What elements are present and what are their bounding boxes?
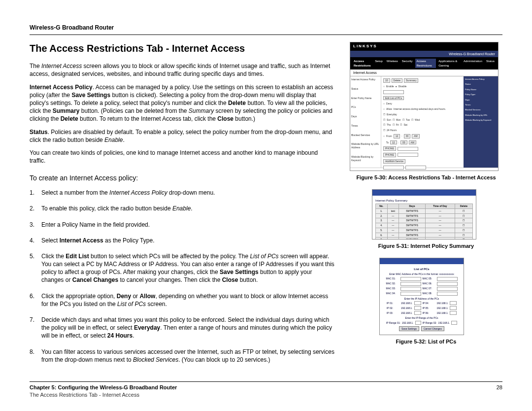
figure-5-31-caption: Figure 5-31: Internet Policy Summary — [350, 242, 502, 250]
sidebar-column: LINKSYS Wireless-G Broadband Router Acce… — [350, 42, 502, 372]
iap-summary-em: Summary — [189, 107, 214, 114]
iap-close: Close — [217, 115, 233, 122]
page-title: The Access Restrictions Tab - Internet A… — [30, 42, 335, 55]
steps-list: Select a number from the Internet Access… — [30, 189, 335, 364]
header-rule — [30, 34, 502, 35]
mock32-range-hint: Enter the IP Range of the PCs — [383, 316, 461, 320]
mock30-left-title: Access Restrictions — [352, 59, 372, 68]
step-3: Enter a Policy Name in the field provide… — [30, 221, 335, 229]
subtitle: To create an Internet Access policy: — [30, 173, 335, 183]
mock30-tab-6: Status — [485, 59, 496, 68]
mock30-tab-1: Wireless — [385, 59, 399, 68]
mock30-tips: Internet Access Policy: Status: Policy N… — [464, 76, 498, 168]
mock30-labels: Internet Access Policy Status Enter Poli… — [350, 76, 381, 168]
s2-em: Enable — [172, 205, 191, 212]
s6-allow: Allow — [139, 293, 155, 300]
s4-pre: Select — [41, 237, 60, 244]
s7-24: 24 Hours — [107, 332, 133, 339]
step-6: Click the appropriate option, Deny or Al… — [30, 292, 335, 308]
mock31-table: No.DaysTime of DayDelete 1.testSMTWTFS—☐… — [375, 204, 473, 240]
s6-em: List of PCs — [117, 301, 146, 308]
step-1: Select a number from the Internet Access… — [30, 189, 335, 197]
figure-5-32: List of PCs Enter MAC Address of the PCs… — [350, 258, 502, 345]
intro-pre: The — [30, 63, 41, 69]
step-4: Select Internet Access as the Policy Typ… — [30, 237, 335, 244]
step-2: To enable this policy, click the radio b… — [30, 205, 335, 212]
mock30-tab-0: Setup — [373, 59, 384, 68]
mock31-title: Internet Policy Summary — [375, 199, 473, 203]
mock32-mac-hint: Enter MAC Address of the PCs in this for… — [383, 273, 461, 276]
step-7: Decide which days and what times you wan… — [30, 316, 335, 340]
step-5: Click the Edit List button to select whi… — [30, 252, 335, 284]
s6-post: screen. — [146, 301, 167, 308]
s2-pre: To enable this policy, click the radio b… — [41, 205, 172, 212]
s5-save: Save Settings — [220, 269, 259, 275]
mock32-title: List of PCs — [383, 267, 461, 271]
iap-heading: Internet Access Policy — [30, 84, 93, 91]
mock30-tab-2: Security — [400, 59, 414, 68]
footer-chapter: Chapter 5: Configuring the Wireless-G Br… — [30, 384, 177, 390]
page-header: Wireless-G Broadband Router — [30, 24, 502, 32]
status-paragraph: Status. Policies are disabled by default… — [30, 128, 335, 144]
mock30-tabs: Access Restrictions Setup Wireless Secur… — [350, 57, 498, 69]
s5-cancel: Cancel Changes — [72, 276, 118, 283]
mock30-tab-4: Applications & Gaming — [437, 59, 461, 68]
s1-em: Internet Access Policy — [109, 189, 167, 196]
mock30-banner: Wireless-G Broadband Router — [350, 51, 498, 57]
mock30-brand: LINKSYS — [350, 42, 498, 51]
s1-pre: Select a number from the — [41, 189, 109, 196]
s8-post: . (You can block up to 20 services.) — [178, 356, 270, 363]
status-enable: Enable — [104, 137, 123, 143]
iap-t7: button.) — [233, 115, 255, 122]
iap-delete: Delete — [228, 100, 246, 106]
mock30-subtab: Internet Access — [350, 69, 498, 76]
step-8: You can filter access to various service… — [30, 348, 335, 364]
s8-em: Blocked Services — [133, 356, 178, 363]
s1-post: drop-down menu. — [167, 189, 215, 196]
intro-paragraph: The Internet Access screen allows you to… — [30, 62, 335, 78]
figure-5-32-image: List of PCs Enter MAC Address of the PCs… — [379, 258, 464, 335]
footer-page-number: 28 — [497, 384, 502, 399]
s7-every: Everyday — [134, 324, 160, 331]
figure-5-30-image: LINKSYS Wireless-G Broadband Router Acce… — [350, 42, 499, 171]
iap-delete2: Delete — [61, 115, 78, 122]
status-body: . Policies are disabled by default. To e… — [30, 129, 332, 143]
figure-5-31: Internet Policy Summary No.DaysTime of D… — [350, 189, 502, 250]
figure-5-30-caption: Figure 5-30: Access Restrictions Tab - I… — [350, 174, 502, 181]
figure-5-30: LINKSYS Wireless-G Broadband Router Acce… — [350, 42, 502, 181]
footer-section: The Access Restrictions Tab - Internet A… — [30, 391, 177, 399]
s5-em: List of PCs — [250, 253, 279, 260]
s2-post: . — [191, 205, 192, 212]
intro-em: Internet Access — [41, 63, 82, 69]
status-period: . — [123, 137, 124, 143]
s3-text: Enter a Policy Name in the field provide… — [41, 221, 335, 229]
iap-paragraph: Internet Access Policy. Access can be ma… — [30, 83, 335, 123]
figure-5-32-caption: Figure 5-32: List of PCs — [350, 338, 502, 345]
s6-mid: or — [131, 293, 139, 300]
two-kinds-paragraph: You can create two kinds of policies, on… — [30, 149, 335, 165]
figure-5-31-image: Internet Policy Summary No.DaysTime of D… — [372, 189, 476, 240]
iap-t4: button. (Policies can be deleted from th… — [79, 107, 188, 114]
s6-pre: Click the appropriate option, — [41, 293, 117, 300]
s4-post: as the Policy Type. — [103, 237, 155, 244]
mock32-ip-hint: Enter the IP Address of the PCs — [383, 297, 461, 301]
page-footer: Chapter 5: Configuring the Wireless-G Br… — [30, 381, 502, 399]
s6-deny: Deny — [117, 293, 131, 300]
s4-b: Internet Access — [60, 237, 103, 244]
mock30-tab-3: Access Restrictions — [415, 59, 436, 68]
s5-t5: button. — [238, 276, 258, 283]
s5-edit: Edit List — [66, 253, 89, 260]
iap-save: Save Settings — [71, 92, 110, 99]
content-columns: The Access Restrictions Tab - Internet A… — [30, 42, 502, 372]
iap-t6: button. To return to the Internet Access… — [78, 115, 218, 122]
s5-close: Close — [222, 276, 238, 283]
s5-t1: button to select which PCs will be affec… — [89, 253, 250, 260]
s5-t4: to cancel your changes. Then click the — [118, 276, 222, 283]
s5-pre: Click the — [41, 253, 66, 260]
main-column: The Access Restrictions Tab - Internet A… — [30, 42, 335, 372]
iap-summary: Summary — [53, 107, 80, 114]
mock30-tab-5: Administration — [462, 59, 484, 68]
s7-post: . — [133, 332, 134, 339]
status-heading: Status — [30, 129, 48, 136]
mock30-form: 10DeleteSummary ○ Enable ● Disable Edit … — [381, 76, 464, 168]
